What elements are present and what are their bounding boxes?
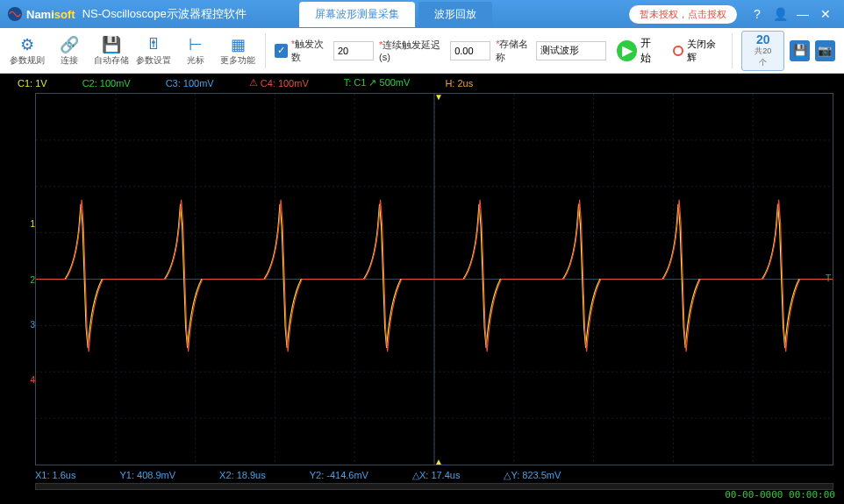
toolbar: ⚙参数规则 🔗连接 💾自动存储 🎚参数设置 ⊢光标 ▦更多功能 ✓ *触发次数 … [0,28,844,74]
sliders-icon: 🎚 [146,35,161,54]
cursor-dy: △Y: 823.5mV [504,470,561,481]
close-icon[interactable]: ✕ [814,7,837,21]
trigger-count-label: *触发次数 [291,38,330,64]
trigger-checkbox[interactable]: ✓ [275,44,288,58]
cursor-icon: ⊢ [189,35,203,54]
horizontal-scrollbar[interactable] [35,483,833,490]
brand-name: Namisoft [26,8,75,21]
tab-capture[interactable]: 屏幕波形测量采集 [299,2,415,27]
count-display: 20 共20个 [741,31,784,71]
app-logo-icon [7,6,23,22]
connect-button[interactable]: 🔗连接 [51,35,88,67]
start-label: 开始 [640,36,661,66]
settings-button[interactable]: 🎚参数设置 [135,35,172,67]
channel-info-bar: C1: 1V C2: 100mV C3: 100mV ⚠ C4: 100mV T… [18,77,826,89]
channel-c3: C3: 100mV [166,77,214,89]
record-icon [673,46,683,56]
separator [732,33,733,68]
play-icon: ▶ [617,40,637,61]
trigger-delay-label: *连续触发延迟(s) [379,39,447,62]
cursor-y1: Y1: 408.9mV [119,470,175,481]
save-name-field: *存储名称 [496,38,606,64]
trigger-bottom-marker: ▲ [434,457,443,466]
y-axis-labels: 1 2 3 4 [25,93,35,465]
authorize-button[interactable]: 暂未授权，点击授权 [629,5,737,24]
export-button[interactable]: 💾 [790,40,810,61]
title-bar: Namisoft NS-Oscilloscope示波器程控软件 屏幕波形测量采集… [0,0,844,28]
timestamp: 00-00-0000 00:00:00 [725,489,835,500]
oscilloscope-display: C1: 1V C2: 100mV C3: 100mV ⚠ C4: 100mV T… [0,74,844,504]
channel-c4: ⚠ C4: 100mV [249,77,309,89]
cursor-dx: △X: 17.4us [412,470,460,481]
cursor-readout: X1: 1.6us Y1: 408.9mV X2: 18.9us Y2: -41… [35,470,833,481]
cursor-x1: X1: 1.6us [35,470,75,481]
grid-lines [36,94,833,465]
grid-icon: ▦ [231,35,246,54]
trigger-top-marker: ▼ [434,92,443,102]
screenshot-button[interactable]: 📷 [815,40,835,61]
cursor-button[interactable]: ⊢光标 [177,35,214,67]
channel-c1: C1: 1V [18,77,47,89]
stop-afterglow-button[interactable]: 关闭余辉 [673,38,723,64]
cursor-y2: Y2: -414.6mV [310,470,368,481]
save-name-label: *存储名称 [496,38,533,64]
minimize-icon[interactable]: — [791,7,814,21]
trigger-delay-field: *连续触发延迟(s) [379,39,490,62]
save-name-input[interactable] [536,41,606,60]
gear-icon: ⚙ [20,35,34,54]
channel-c2: C2: 100mV [82,77,131,89]
timebase-info: H: 2us [445,77,473,89]
waveform-grid[interactable]: ▼ ▲ T [35,93,833,465]
autosave-button[interactable]: 💾自动存储 [93,35,130,67]
link-icon: 🔗 [60,35,79,54]
user-icon[interactable]: 👤 [769,7,791,21]
help-icon[interactable]: ? [746,7,769,21]
app-title: NS-Oscilloscope示波器程控软件 [82,6,247,22]
trigger-info: T: C1 ↗ 500mV [344,77,411,89]
separator [265,33,266,68]
save-icon: 💾 [102,35,121,54]
warning-icon: ⚠ [249,77,258,89]
rules-button[interactable]: ⚙参数规则 [9,35,46,67]
tab-playback[interactable]: 波形回放 [418,2,492,27]
start-button[interactable]: ▶ 开始 [617,36,661,66]
trigger-delay-input[interactable] [450,41,490,60]
trigger-level-marker: T [826,273,831,283]
trigger-count-input[interactable] [333,41,374,60]
cursor-x2: X2: 18.9us [219,470,266,481]
trigger-count-field: ✓ *触发次数 [275,38,374,64]
main-tabs: 屏幕波形测量采集 波形回放 [299,2,496,27]
more-button[interactable]: ▦更多功能 [219,35,256,67]
